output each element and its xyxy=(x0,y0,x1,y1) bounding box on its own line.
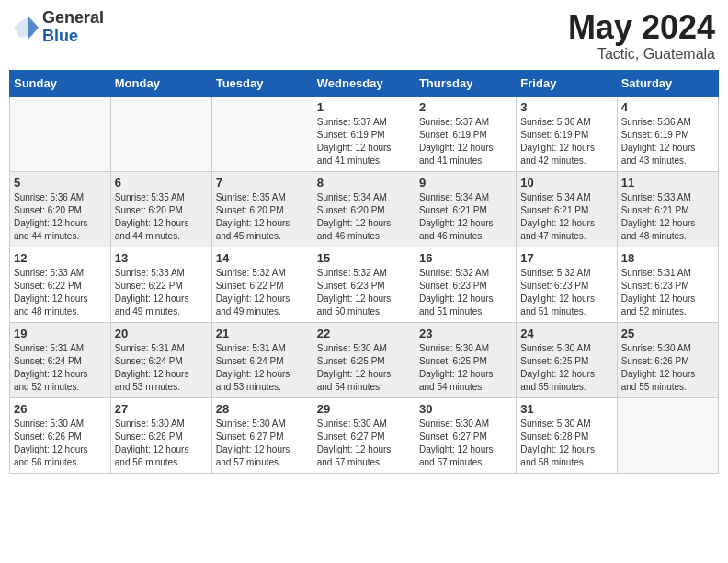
calendar-cell xyxy=(110,96,211,171)
calendar-week-row: 19Sunrise: 5:31 AM Sunset: 6:24 PM Dayli… xyxy=(10,322,719,397)
day-number: 27 xyxy=(115,402,208,416)
calendar-cell: 18Sunrise: 5:31 AM Sunset: 6:23 PM Dayli… xyxy=(617,247,718,322)
day-detail: Sunrise: 5:30 AM Sunset: 6:27 PM Dayligh… xyxy=(419,418,512,469)
day-detail: Sunrise: 5:32 AM Sunset: 6:23 PM Dayligh… xyxy=(317,267,411,318)
day-number: 21 xyxy=(216,327,309,340)
calendar-cell: 1Sunrise: 5:37 AM Sunset: 6:19 PM Daylig… xyxy=(313,96,415,171)
day-detail: Sunrise: 5:34 AM Sunset: 6:21 PM Dayligh… xyxy=(419,191,512,243)
day-number: 20 xyxy=(115,327,208,340)
day-number: 30 xyxy=(419,402,512,416)
calendar-cell: 2Sunrise: 5:37 AM Sunset: 6:19 PM Daylig… xyxy=(415,96,516,171)
day-number: 4 xyxy=(621,100,714,114)
calendar-cell: 28Sunrise: 5:30 AM Sunset: 6:27 PM Dayli… xyxy=(211,397,313,473)
logo-general: General xyxy=(42,9,104,28)
calendar-cell: 19Sunrise: 5:31 AM Sunset: 6:24 PM Dayli… xyxy=(10,322,111,397)
day-detail: Sunrise: 5:33 AM Sunset: 6:22 PM Dayligh… xyxy=(14,267,107,318)
day-number: 31 xyxy=(520,402,612,416)
weekday-header-tuesday: Tuesday xyxy=(211,70,313,96)
calendar-cell: 24Sunrise: 5:30 AM Sunset: 6:25 PM Dayli… xyxy=(517,322,617,397)
calendar-cell: 7Sunrise: 5:35 AM Sunset: 6:20 PM Daylig… xyxy=(211,171,313,247)
svg-marker-1 xyxy=(28,16,39,39)
day-number: 14 xyxy=(216,251,309,265)
page-header: General Blue May 2024 Tactic, Guatemala xyxy=(9,9,719,63)
day-number: 8 xyxy=(317,176,411,190)
day-detail: Sunrise: 5:36 AM Sunset: 6:19 PM Dayligh… xyxy=(520,116,612,167)
logo: General Blue xyxy=(13,9,104,46)
day-number: 26 xyxy=(14,402,107,416)
logo-text: General Blue xyxy=(42,9,104,46)
title-block: May 2024 Tactic, Guatemala xyxy=(568,9,715,63)
calendar-cell xyxy=(617,397,718,473)
day-detail: Sunrise: 5:31 AM Sunset: 6:24 PM Dayligh… xyxy=(216,342,309,394)
day-detail: Sunrise: 5:30 AM Sunset: 6:26 PM Dayligh… xyxy=(14,418,107,469)
day-detail: Sunrise: 5:36 AM Sunset: 6:19 PM Dayligh… xyxy=(621,116,714,167)
day-detail: Sunrise: 5:35 AM Sunset: 6:20 PM Dayligh… xyxy=(216,191,309,243)
day-detail: Sunrise: 5:37 AM Sunset: 6:19 PM Dayligh… xyxy=(317,116,411,167)
calendar-cell: 13Sunrise: 5:33 AM Sunset: 6:22 PM Dayli… xyxy=(110,247,211,322)
day-detail: Sunrise: 5:32 AM Sunset: 6:23 PM Dayligh… xyxy=(520,267,612,318)
calendar-cell: 21Sunrise: 5:31 AM Sunset: 6:24 PM Dayli… xyxy=(211,322,313,397)
day-detail: Sunrise: 5:33 AM Sunset: 6:21 PM Dayligh… xyxy=(621,191,714,243)
day-detail: Sunrise: 5:30 AM Sunset: 6:26 PM Dayligh… xyxy=(115,418,208,469)
day-number: 12 xyxy=(14,251,107,265)
day-number: 18 xyxy=(621,251,714,265)
calendar-cell: 6Sunrise: 5:35 AM Sunset: 6:20 PM Daylig… xyxy=(110,171,211,247)
calendar-cell: 20Sunrise: 5:31 AM Sunset: 6:24 PM Dayli… xyxy=(110,322,211,397)
calendar-cell: 31Sunrise: 5:30 AM Sunset: 6:28 PM Dayli… xyxy=(517,397,617,473)
weekday-header-saturday: Saturday xyxy=(617,70,718,96)
calendar-cell: 5Sunrise: 5:36 AM Sunset: 6:20 PM Daylig… xyxy=(10,171,111,247)
day-detail: Sunrise: 5:30 AM Sunset: 6:27 PM Dayligh… xyxy=(317,418,411,469)
day-number: 6 xyxy=(115,176,208,190)
day-number: 2 xyxy=(419,100,512,114)
day-number: 5 xyxy=(14,176,107,190)
calendar-cell: 23Sunrise: 5:30 AM Sunset: 6:25 PM Dayli… xyxy=(415,322,516,397)
calendar-cell: 29Sunrise: 5:30 AM Sunset: 6:27 PM Dayli… xyxy=(313,397,415,473)
weekday-header-sunday: Sunday xyxy=(10,70,111,96)
day-number: 3 xyxy=(520,100,612,114)
calendar-title: May 2024 xyxy=(568,9,715,46)
calendar-cell: 25Sunrise: 5:30 AM Sunset: 6:26 PM Dayli… xyxy=(617,322,718,397)
day-detail: Sunrise: 5:35 AM Sunset: 6:20 PM Dayligh… xyxy=(115,191,208,243)
calendar-week-row: 26Sunrise: 5:30 AM Sunset: 6:26 PM Dayli… xyxy=(10,397,719,473)
calendar-cell: 26Sunrise: 5:30 AM Sunset: 6:26 PM Dayli… xyxy=(10,397,111,473)
day-number: 16 xyxy=(419,251,512,265)
calendar-subtitle: Tactic, Guatemala xyxy=(568,46,715,63)
calendar-cell: 27Sunrise: 5:30 AM Sunset: 6:26 PM Dayli… xyxy=(110,397,211,473)
calendar-week-row: 5Sunrise: 5:36 AM Sunset: 6:20 PM Daylig… xyxy=(10,171,719,247)
day-detail: Sunrise: 5:32 AM Sunset: 6:23 PM Dayligh… xyxy=(419,267,512,318)
day-detail: Sunrise: 5:30 AM Sunset: 6:28 PM Dayligh… xyxy=(520,418,612,469)
calendar-cell: 22Sunrise: 5:30 AM Sunset: 6:25 PM Dayli… xyxy=(313,322,415,397)
day-number: 1 xyxy=(317,100,411,114)
logo-blue: Blue xyxy=(42,28,104,46)
calendar-cell: 15Sunrise: 5:32 AM Sunset: 6:23 PM Dayli… xyxy=(313,247,415,322)
day-number: 7 xyxy=(216,176,309,190)
day-number: 9 xyxy=(419,176,512,190)
day-detail: Sunrise: 5:36 AM Sunset: 6:20 PM Dayligh… xyxy=(14,191,107,243)
day-number: 25 xyxy=(621,327,714,340)
calendar-cell: 9Sunrise: 5:34 AM Sunset: 6:21 PM Daylig… xyxy=(415,171,516,247)
day-detail: Sunrise: 5:31 AM Sunset: 6:24 PM Dayligh… xyxy=(14,342,107,394)
logo-icon xyxy=(13,15,39,40)
weekday-header-monday: Monday xyxy=(110,70,211,96)
day-detail: Sunrise: 5:31 AM Sunset: 6:23 PM Dayligh… xyxy=(621,267,714,318)
calendar-cell: 12Sunrise: 5:33 AM Sunset: 6:22 PM Dayli… xyxy=(10,247,111,322)
day-detail: Sunrise: 5:30 AM Sunset: 6:26 PM Dayligh… xyxy=(621,342,714,394)
day-detail: Sunrise: 5:30 AM Sunset: 6:27 PM Dayligh… xyxy=(216,418,309,469)
weekday-header-friday: Friday xyxy=(517,70,617,96)
calendar-cell: 11Sunrise: 5:33 AM Sunset: 6:21 PM Dayli… xyxy=(617,171,718,247)
day-number: 10 xyxy=(520,176,612,190)
calendar-cell xyxy=(211,96,313,171)
calendar-cell: 17Sunrise: 5:32 AM Sunset: 6:23 PM Dayli… xyxy=(517,247,617,322)
day-number: 22 xyxy=(317,327,411,340)
calendar-cell: 30Sunrise: 5:30 AM Sunset: 6:27 PM Dayli… xyxy=(415,397,516,473)
calendar-cell: 14Sunrise: 5:32 AM Sunset: 6:22 PM Dayli… xyxy=(211,247,313,322)
day-detail: Sunrise: 5:30 AM Sunset: 6:25 PM Dayligh… xyxy=(419,342,512,394)
day-number: 24 xyxy=(520,327,612,340)
day-detail: Sunrise: 5:34 AM Sunset: 6:21 PM Dayligh… xyxy=(520,191,612,243)
calendar-cell xyxy=(10,96,111,171)
calendar-table: SundayMondayTuesdayWednesdayThursdayFrid… xyxy=(9,70,719,474)
day-number: 23 xyxy=(419,327,512,340)
calendar-cell: 3Sunrise: 5:36 AM Sunset: 6:19 PM Daylig… xyxy=(517,96,617,171)
day-detail: Sunrise: 5:30 AM Sunset: 6:25 PM Dayligh… xyxy=(317,342,411,394)
day-detail: Sunrise: 5:31 AM Sunset: 6:24 PM Dayligh… xyxy=(115,342,208,394)
